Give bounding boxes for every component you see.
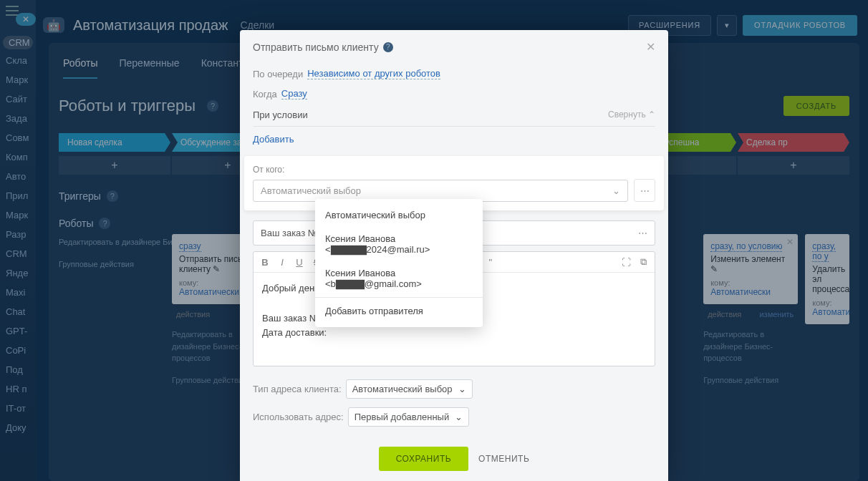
dropdown-option[interactable]: Ксения Иванова <b▇▇▇▇@gmail.com> [315, 261, 483, 296]
body-line: Дата доставки: [262, 326, 646, 341]
use-addr-value: Первый добавленный [355, 412, 450, 422]
chevron-down-icon: ⌄ [455, 412, 463, 422]
addr-type-value: Автоматический выбор [352, 384, 453, 394]
queue-value[interactable]: Независимо от других роботов [307, 68, 440, 79]
more-button[interactable]: ⋯ [634, 179, 655, 202]
underline-icon[interactable]: U [294, 257, 305, 268]
addr-type-select[interactable]: Автоматический выбор ⌄ [346, 379, 473, 399]
addr-type-label: Тип адреса клиента: [253, 384, 342, 394]
when-value[interactable]: Сразу [281, 88, 307, 99]
help-icon[interactable]: ? [383, 42, 393, 52]
condition-label: При условии [253, 110, 308, 120]
fullscreen-icon[interactable]: ⛶ [620, 257, 632, 268]
from-select[interactable]: Автоматический выбор ⌄ [253, 180, 628, 202]
save-button[interactable]: СОХРАНИТЬ [379, 447, 468, 471]
dropdown-option[interactable]: Ксения Иванова <▇▇▇▇▇2024@mail.ru> [315, 227, 483, 261]
dropdown-add-sender[interactable]: Добавить отправителя [315, 299, 483, 323]
layout-icon[interactable]: ⧉ [637, 256, 649, 268]
collapse-toggle[interactable]: Свернуть ⌃ [608, 110, 655, 120]
when-label: Когда [253, 89, 277, 99]
modal-title: Отправить письмо клиенту [253, 42, 379, 53]
cancel-button[interactable]: ОТМЕНИТЬ [478, 454, 529, 464]
chevron-down-icon: ⌄ [458, 384, 466, 394]
bold-icon[interactable]: B [259, 257, 271, 268]
dropdown-option[interactable]: Автоматический выбор [315, 203, 483, 227]
italic-icon[interactable]: I [276, 257, 288, 268]
close-icon[interactable]: ✕ [646, 40, 655, 54]
use-addr-select[interactable]: Первый добавленный ⌄ [348, 407, 470, 427]
from-select-value: Автоматический выбор [261, 185, 361, 196]
from-dropdown: Автоматический выбор Ксения Иванова <▇▇▇… [315, 199, 483, 327]
more-icon[interactable]: ⋯ [638, 228, 647, 238]
subject-value: Ваш заказ № { [261, 228, 324, 238]
chevron-down-icon: ⌄ [612, 185, 620, 196]
from-label: От кого: [253, 165, 655, 175]
use-addr-label: Использовать адрес: [253, 412, 344, 422]
queue-label: По очереди [253, 69, 303, 79]
quote-icon[interactable]: " [485, 257, 496, 268]
add-condition[interactable]: Добавить [253, 127, 655, 156]
